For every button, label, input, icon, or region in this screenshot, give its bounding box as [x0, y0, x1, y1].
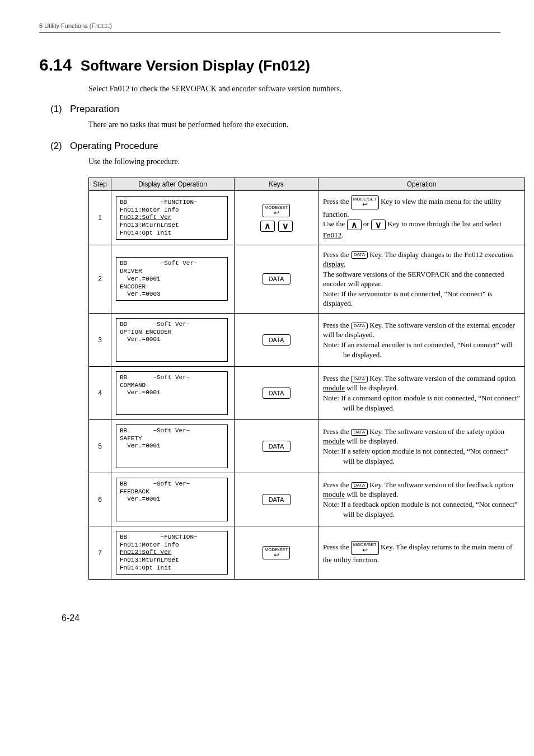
section-title-text: Software Version Display (Fn012): [81, 57, 310, 74]
subsection-2-text: Operating Procedure: [70, 141, 158, 151]
table-row: 3 BB −Soft Ver− OPTION ENCODER Ver.=0001…: [89, 313, 525, 366]
step-cell: 4: [89, 366, 111, 419]
table-header-row: Step Display after Operation Keys Operat…: [89, 178, 525, 191]
data-key-icon: DATA: [263, 494, 291, 505]
table-row: 7 BB −FUNCTION− Fn011:Motor Info Fn012:S…: [89, 526, 525, 579]
data-key-icon: DATA: [263, 273, 291, 284]
keys-cell: DATA: [235, 245, 318, 313]
lcd-display: BB −FUNCTION− Fn011:Motor Info Fn012:Sof…: [116, 196, 228, 240]
subsection-2-num: (2): [50, 141, 62, 151]
display-cell: BB −Soft Ver− OPTION ENCODER Ver.=0001: [111, 313, 235, 366]
page-header: 6 Utility Functions (Fn□□□): [39, 22, 500, 33]
operation-text: Press the DATA Key. The software version…: [323, 320, 520, 360]
lcd-display: BB −Soft Ver− FEEDBACK Ver.=0001: [116, 478, 228, 521]
step-cell: 3: [89, 313, 111, 366]
display-cell: BB −Soft Ver− SAFETY Ver.=0001: [111, 419, 235, 473]
section-title: 6.14 Software Version Display (Fn012): [39, 55, 500, 74]
lcd-display: BB −Soft Ver− COMMAND Ver.=0001: [116, 371, 228, 415]
step-cell: 1: [89, 191, 111, 245]
operation-text: Press the DATA Key. The display changes …: [323, 250, 520, 309]
step-cell: 6: [89, 473, 111, 526]
subsection-1-body: There are no tasks that must be performe…: [88, 120, 500, 129]
modeset-key-icon: MODE/SET↩: [351, 195, 379, 209]
th-step: Step: [89, 178, 111, 191]
step-cell: 2: [89, 245, 111, 313]
subsection-1-text: Preparation: [70, 104, 119, 114]
data-key-icon: DATA: [351, 251, 368, 259]
operation-cell: Press the DATA Key. The display changes …: [318, 245, 525, 313]
keys-cell: DATA: [235, 419, 318, 473]
subsection-1-num: (1): [50, 104, 62, 114]
lcd-display: BB −Soft Ver− DRIVER Ver.=0001 ENCODER V…: [116, 257, 228, 301]
procedure-table: Step Display after Operation Keys Operat…: [88, 178, 525, 580]
display-cell: BB −Soft Ver− FEEDBACK Ver.=0001: [111, 473, 235, 526]
operation-text: Press the MODE/SET↩ Key to view the main…: [323, 195, 520, 240]
operation-cell: Press the MODE/SET↩ Key to view the main…: [318, 191, 525, 245]
lcd-display: BB −FUNCTION− Fn011:Motor Info Fn012:Sof…: [116, 531, 228, 575]
display-cell: BB −FUNCTION− Fn011:Motor Info Fn012:Sof…: [111, 526, 235, 579]
operation-cell: Press the MODE/SET↩ Key. The display ret…: [318, 526, 525, 579]
step-cell: 7: [89, 526, 111, 579]
modeset-key-icon: MODE/SET↩: [263, 546, 291, 560]
section-intro: Select Fn012 to check the SERVOPACK and …: [88, 85, 500, 94]
table-row: 4 BB −Soft Ver− COMMAND Ver.=0001 DATA P…: [89, 366, 525, 419]
keys-cell: MODE/SET↩ ∧∨: [235, 191, 318, 245]
th-operation: Operation: [318, 178, 525, 191]
data-key-icon: DATA: [263, 441, 291, 452]
table-row: 6 BB −Soft Ver− FEEDBACK Ver.=0001 DATA …: [89, 473, 525, 526]
keys-cell: DATA: [235, 473, 318, 526]
up-key-icon: ∧: [260, 221, 275, 232]
operation-cell: Press the DATA Key. The software version…: [318, 313, 525, 366]
data-key-icon: DATA: [351, 323, 368, 330]
data-key-icon: DATA: [263, 334, 291, 346]
operation-text: Press the DATA Key. The software version…: [323, 427, 520, 466]
data-key-icon: DATA: [351, 482, 368, 489]
down-key-icon: ∨: [371, 220, 386, 231]
operation-cell: Press the DATA Key. The software version…: [318, 366, 525, 419]
section-number: 6.14: [39, 55, 72, 74]
lcd-display: BB −Soft Ver− OPTION ENCODER Ver.=0001: [116, 318, 228, 362]
display-cell: BB −Soft Ver− COMMAND Ver.=0001: [111, 366, 235, 419]
th-keys: Keys: [235, 178, 318, 191]
keys-cell: DATA: [235, 313, 318, 366]
th-display: Display after Operation: [111, 178, 235, 191]
operation-text: Press the DATA Key. The software version…: [323, 374, 520, 413]
subsection-2-body: Use the following procedure.: [88, 157, 500, 166]
display-cell: BB −FUNCTION− Fn011:Motor Info Fn012:Sof…: [111, 191, 235, 245]
keys-cell: MODE/SET↩: [235, 526, 318, 579]
step-cell: 5: [89, 419, 111, 473]
table-row: 1 BB −FUNCTION− Fn011:Motor Info Fn012:S…: [89, 191, 525, 245]
down-key-icon: ∨: [278, 221, 293, 232]
subsection-2-title: (2) Operating Procedure: [50, 141, 500, 152]
operation-text: Press the MODE/SET↩ Key. The display ret…: [323, 541, 520, 564]
operation-text: Press the DATA Key. The software version…: [323, 480, 520, 519]
modeset-key-icon: MODE/SET↩: [351, 541, 379, 555]
up-key-icon: ∧: [347, 220, 362, 231]
data-key-icon: DATA: [263, 388, 291, 399]
display-cell: BB −Soft Ver− DRIVER Ver.=0001 ENCODER V…: [111, 245, 235, 313]
page-number: 6-24: [62, 613, 500, 623]
modeset-key-icon: MODE/SET↩: [263, 204, 291, 218]
data-key-icon: DATA: [351, 376, 368, 383]
data-key-icon: DATA: [351, 429, 368, 436]
table-row: 2 BB −Soft Ver− DRIVER Ver.=0001 ENCODER…: [89, 245, 525, 313]
lcd-display: BB −Soft Ver− SAFETY Ver.=0001: [116, 424, 228, 468]
subsection-1-title: (1) Preparation: [50, 104, 500, 115]
keys-cell: DATA: [235, 366, 318, 419]
operation-cell: Press the DATA Key. The software version…: [318, 419, 525, 473]
operation-cell: Press the DATA Key. The software version…: [318, 473, 525, 526]
table-row: 5 BB −Soft Ver− SAFETY Ver.=0001 DATA Pr…: [89, 419, 525, 473]
